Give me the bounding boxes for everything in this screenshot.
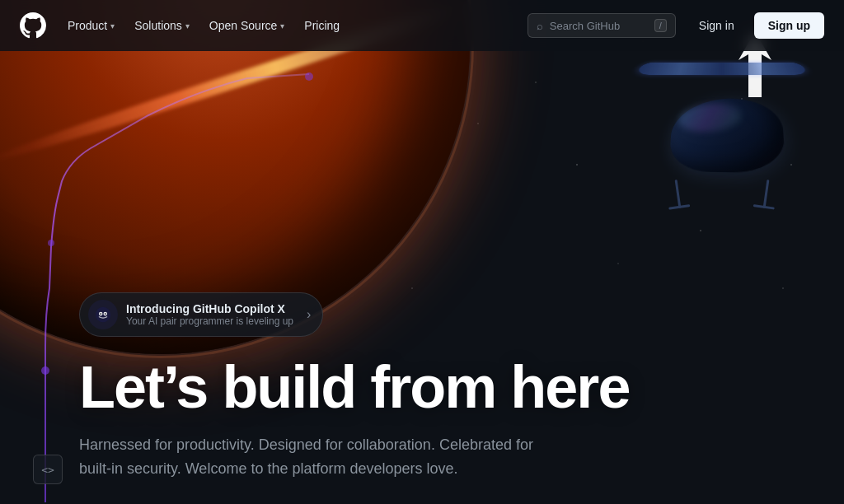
nav-open-source[interactable]: Open Source ▾ — [201, 12, 293, 39]
search-icon: ⌕ — [537, 20, 543, 32]
copilot-icon — [88, 300, 118, 329]
search-shortcut-kbd: / — [654, 19, 667, 32]
nav-product[interactable]: Product ▾ — [59, 12, 123, 39]
open-source-chevron-icon: ▾ — [280, 21, 284, 30]
navbar: Product ▾ Solutions ▾ Open Source ▾ Pric… — [0, 0, 844, 51]
announcement-arrow-icon: › — [307, 307, 311, 322]
scroll-indicator-button[interactable]: <> — [33, 455, 63, 484]
signup-button[interactable]: Sign up — [754, 12, 824, 39]
svg-point-8 — [105, 313, 106, 315]
announcement-title: Introducing GitHub Copilot X — [126, 302, 293, 315]
code-brackets-icon: <> — [41, 464, 54, 476]
hero-heading: Let’s build from here — [79, 357, 844, 419]
product-chevron-icon: ▾ — [110, 21, 115, 30]
nav-pricing[interactable]: Pricing — [296, 12, 348, 39]
nav-solutions[interactable]: Solutions ▾ — [126, 12, 198, 39]
announcement-banner[interactable]: Introducing GitHub Copilot X Your AI pai… — [79, 292, 323, 337]
hero-subtext: Harnessed for productivity. Designed for… — [79, 433, 541, 481]
announcement-text-block: Introducing GitHub Copilot X Your AI pai… — [126, 302, 293, 327]
signin-button[interactable]: Sign in — [686, 13, 748, 38]
search-placeholder-text: Search GitHub — [550, 20, 648, 32]
svg-point-4 — [96, 307, 110, 322]
solutions-chevron-icon: ▾ — [185, 21, 190, 30]
search-box[interactable]: ⌕ Search GitHub / — [528, 13, 676, 38]
announcement-subtitle: Your AI pair programmer is leveling up — [126, 315, 293, 327]
github-logo[interactable] — [20, 12, 46, 39]
main-content: Introducing GitHub Copilot X Your AI pai… — [0, 51, 844, 504]
svg-point-7 — [100, 313, 101, 315]
